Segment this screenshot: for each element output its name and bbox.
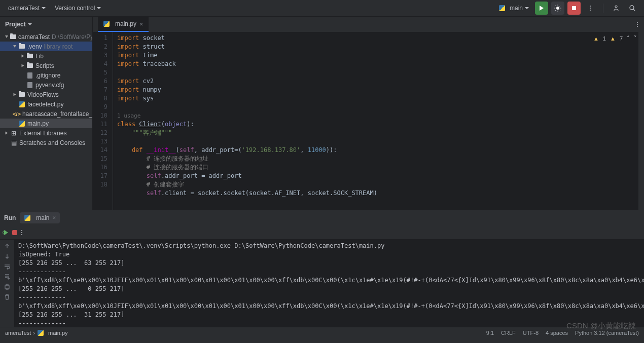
tree-item-label: .gitignore (35, 72, 60, 79)
chevron-icon (14, 93, 16, 96)
tree-item-label: Scripts (35, 62, 54, 69)
folder-icon (19, 44, 25, 49)
inspection-widget[interactable]: ▲1 ▲7 ˄ ˅ (593, 35, 637, 42)
vcs-menu[interactable]: Version control (52, 4, 104, 13)
line-ending[interactable]: CRLF (501, 330, 516, 336)
error-stripe[interactable] (638, 32, 644, 210)
stop-icon[interactable] (12, 230, 17, 235)
up-icon[interactable] (4, 243, 11, 250)
python-icon (19, 101, 25, 107)
trash-icon[interactable] (4, 293, 11, 300)
interpreter[interactable]: Python 3.12 (cameraTest) (575, 330, 639, 336)
breadcrumb[interactable]: ameraTest› main.py (5, 329, 68, 336)
tree-item-label: main.py (27, 120, 49, 127)
project-header[interactable]: Project (0, 17, 92, 32)
svg-point-0 (556, 7, 559, 10)
tree-item-videoflows[interactable]: VideoFlows (0, 90, 92, 99)
xml-icon: </> (13, 110, 20, 118)
close-icon[interactable]: × (139, 20, 144, 28)
indent[interactable]: 4 spaces (546, 330, 568, 336)
run-tool-window: Run main × D:\SoftWare\PythonCode\camera… (0, 210, 644, 327)
run-label: Run (4, 214, 16, 221)
chevron-icon (6, 132, 8, 135)
chevron-icon (13, 45, 16, 48)
tree-item-label: haarcascade_frontalface_ (22, 110, 92, 118)
chevron-down-icon (28, 23, 32, 25)
chevron-down-icon (525, 7, 529, 9)
python-icon (499, 5, 505, 11)
tree-item-main-py[interactable]: main.py (0, 119, 92, 128)
chevron-down-icon (97, 7, 101, 9)
tree-item-scratches-and-consoles[interactable]: ▤Scratches and Consoles (0, 138, 92, 147)
chevron-down-icon (42, 7, 46, 9)
rerun-icon[interactable] (4, 230, 8, 235)
run-button[interactable] (535, 2, 548, 15)
tree-item-label: Lib (35, 53, 44, 60)
tree-item-label: Scratches and Consoles (19, 139, 85, 146)
separator (603, 4, 603, 13)
library-icon: ⊞ (10, 130, 17, 137)
chevron-icon (22, 64, 24, 67)
folder-icon (27, 54, 33, 58)
tree-item-label: pyvenv.cfg (35, 82, 64, 89)
python-icon (103, 21, 110, 27)
project-tool-window: Project cameraTestD:\SoftWare\Py.venvlib… (0, 17, 93, 210)
svg-point-3 (630, 6, 634, 10)
tree-item-haarcascade-frontalface-[interactable]: </>haarcascade_frontalface_ (0, 109, 92, 119)
run-console-output[interactable]: D:\SoftWare\PythonCode\cameraTest\.venv\… (14, 240, 644, 327)
up-arrow-icon[interactable]: ˄ (627, 35, 630, 42)
tree-item--venv[interactable]: .venvlibrary root (0, 42, 92, 51)
search-icon[interactable] (626, 2, 639, 15)
project-menu[interactable]: cameraTest (5, 4, 49, 13)
chevron-icon (5, 35, 8, 38)
tree-item-label: cameraTest (18, 33, 50, 41)
chevron-icon (22, 55, 24, 58)
tree-item-label: facedetect.py (27, 101, 63, 108)
code-editor[interactable]: import socket import struct import time … (113, 32, 638, 210)
file-icon (27, 82, 32, 88)
file-icon (27, 72, 32, 79)
editor-tab-main[interactable]: main.py × (98, 17, 149, 32)
down-icon[interactable] (4, 253, 11, 260)
stop-button[interactable] (567, 2, 581, 15)
tree-item-lib[interactable]: Lib (0, 51, 92, 61)
scratch-icon: ▤ (10, 139, 17, 146)
tab-more[interactable] (631, 18, 644, 31)
soft-wrap-icon[interactable] (4, 263, 11, 270)
encoding[interactable]: UTF-8 (523, 330, 539, 336)
tree-item-label: VideoFlows (27, 91, 59, 98)
folder-icon (19, 92, 25, 97)
code-with-me-icon[interactable] (610, 2, 623, 15)
run-tab-main[interactable]: main × (20, 212, 60, 223)
editor-area: main.py × 123456789101112131415161718 im… (93, 17, 644, 210)
tree-item-pyvenv-cfg[interactable]: pyvenv.cfg (0, 80, 92, 90)
run-config-selector[interactable]: main (495, 4, 532, 13)
scroll-to-end-icon[interactable] (4, 273, 11, 280)
more-icon[interactable] (21, 230, 22, 235)
topbar: cameraTest Version control main (0, 0, 644, 17)
folder-icon (27, 63, 33, 68)
warning-icon: ▲ (593, 35, 599, 42)
svg-point-2 (615, 6, 617, 8)
tree-item-cameratest[interactable]: cameraTestD:\SoftWare\Py (0, 32, 92, 42)
svg-rect-4 (5, 286, 9, 288)
more-actions[interactable] (584, 2, 597, 15)
down-arrow-icon[interactable]: ˅ (634, 35, 637, 42)
folder-icon (10, 34, 16, 39)
tree-item-facedetect-py[interactable]: facedetect.py (0, 99, 92, 109)
python-icon (38, 330, 44, 336)
tree-item-label: .venv (27, 43, 42, 50)
python-icon (19, 121, 25, 127)
tree-item--gitignore[interactable]: .gitignore (0, 70, 92, 80)
print-icon[interactable] (4, 283, 11, 290)
caret-position[interactable]: 9:1 (486, 330, 494, 336)
debug-button[interactable] (551, 2, 564, 15)
run-left-toolbar (0, 240, 14, 327)
tree-item-external-libraries[interactable]: ⊞External Libraries (0, 128, 92, 138)
tab-title: main.py (115, 20, 136, 27)
svg-rect-1 (572, 6, 576, 10)
close-icon[interactable]: × (52, 214, 56, 221)
tree-item-scripts[interactable]: Scripts (0, 61, 92, 70)
statusbar: ameraTest› main.py 9:1 CRLF UTF-8 4 spac… (0, 327, 644, 338)
gutter: 123456789101112131415161718 (93, 32, 113, 210)
